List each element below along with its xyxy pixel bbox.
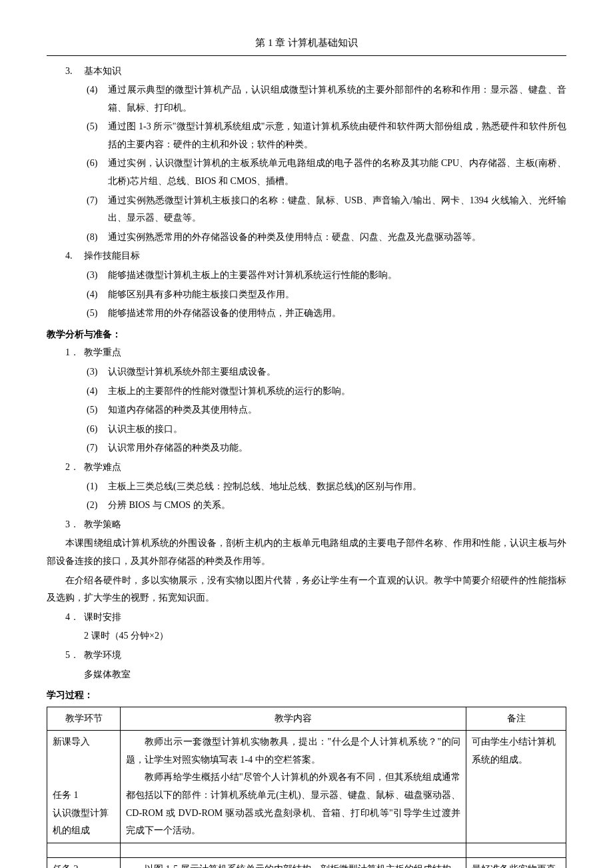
table-row-empty bbox=[47, 843, 566, 857]
item-number: (6) bbox=[87, 155, 108, 190]
table-header: 教学内容 bbox=[121, 707, 466, 731]
list-item: (2)分辨 BIOS 与 CMOS 的关系。 bbox=[87, 497, 566, 515]
item-number: (4) bbox=[87, 286, 108, 304]
item-title: 教学环境 bbox=[84, 647, 566, 665]
table-cell: 新课导入 任务 1认识微型计算机的组成 bbox=[47, 731, 121, 843]
item-text: 主板上三类总线(三类总线：控制总线、地址总线、数据总线)的区别与作用。 bbox=[108, 478, 566, 496]
item-number: 3． bbox=[65, 516, 84, 534]
list-item: (5)能够描述常用的外存储器设备的使用特点，并正确选用。 bbox=[87, 305, 566, 323]
item-number: (8) bbox=[87, 229, 108, 247]
item-text: 认识主板的接口。 bbox=[108, 421, 566, 439]
table-row: 新课导入 任务 1认识微型计算机的组成 教师出示一套微型计算机实物教具，提出："… bbox=[47, 731, 566, 843]
item-text: 通过展示典型的微型计算机产品，认识组成微型计算机系统的主要外部部件的名称和作用：… bbox=[108, 81, 566, 117]
table-cell: 以图 1-5 展示计算机系统单元的内部结构，剖析微型计算机主板的组成结构，向学生… bbox=[121, 857, 466, 868]
analysis-heading: 教学分析与准备： bbox=[47, 325, 566, 343]
list-item: (7)认识常用外存储器的种类及功能。 bbox=[87, 439, 566, 457]
item-text: 通过图 1-3 所示"微型计算机系统组成"示意，知道计算机系统由硬件和软件两大部… bbox=[108, 118, 566, 153]
divider bbox=[47, 55, 566, 56]
section-number: 4. bbox=[65, 247, 84, 265]
list-item: (6)认识主板的接口。 bbox=[87, 421, 566, 439]
item-number: (5) bbox=[87, 118, 108, 153]
item-number: (5) bbox=[87, 401, 108, 419]
learning-process-heading: 学习过程： bbox=[47, 686, 566, 704]
list-item: (6)通过实例，认识微型计算机的主板系统单元电路组成的电子器件的名称及其功能 C… bbox=[87, 155, 566, 190]
table-cell: 任务 2认识主板系统单元 bbox=[47, 857, 121, 868]
table-cell bbox=[47, 843, 121, 857]
item-number: (7) bbox=[87, 192, 108, 227]
analysis-4: 4． 课时安排 bbox=[65, 609, 566, 627]
list-item: (4)通过展示典型的微型计算机产品，认识组成微型计算机系统的主要外部部件的名称和… bbox=[87, 81, 566, 117]
item-text: 通过实例熟悉微型计算机主板接口的名称：键盘、鼠标、USB、声音输入/输出、网卡、… bbox=[108, 192, 566, 227]
section-title: 操作技能目标 bbox=[84, 247, 566, 265]
cell-content: 以图 1-5 展示计算机系统单元的内部结构，剖析微型计算机主板的组成结构，向学生… bbox=[126, 861, 460, 868]
item-number: (4) bbox=[87, 383, 108, 401]
analysis-3: 3． 教学策略 bbox=[65, 516, 566, 534]
item-text: 通过实例熟悉常用的外存储器设备的种类及使用特点：硬盘、闪盘、光盘及光盘驱动器等。 bbox=[108, 229, 566, 247]
item-text: 通过实例，认识微型计算机的主板系统单元电路组成的电子器件的名称及其功能 CPU、… bbox=[108, 155, 566, 190]
item-text: 知道内存储器的种类及其使用特点。 bbox=[108, 401, 566, 419]
table-cell bbox=[466, 843, 566, 857]
analysis-5: 5． 教学环境 bbox=[65, 647, 566, 665]
learning-table: 教学环节 教学内容 备注 新课导入 任务 1认识微型计算机的组成 教师出示一套微… bbox=[47, 707, 566, 868]
list-item: (4)能够区别具有多种功能主板接口类型及作用。 bbox=[87, 286, 566, 304]
table-header: 教学环节 bbox=[47, 707, 121, 731]
item-number: (5) bbox=[87, 305, 108, 323]
item-text: 主板上的主要部件的性能对微型计算机系统的运行的影响。 bbox=[108, 383, 566, 401]
table-cell: 教师出示一套微型计算机实物教具，提出："什么是个人计算机系统？"的问题，让学生对… bbox=[121, 731, 466, 843]
item-number: (3) bbox=[87, 267, 108, 285]
item-number: (4) bbox=[87, 81, 108, 117]
item-number: (6) bbox=[87, 421, 108, 439]
section-number: 3. bbox=[65, 63, 84, 81]
list-item: (3)认识微型计算机系统外部主要组成设备。 bbox=[87, 363, 566, 381]
table-cell: 最好准备些实物更直观。 bbox=[466, 857, 566, 868]
item-text: 认识微型计算机系统外部主要组成设备。 bbox=[108, 363, 566, 381]
strategy-paragraph-2: 在介绍各硬件时，多以实物展示，没有实物以图片代替，务必让学生有一个直观的认识。教… bbox=[47, 572, 566, 607]
table-cell: 可由学生小结计算机系统的组成。 bbox=[466, 731, 566, 843]
item-number: (3) bbox=[87, 363, 108, 381]
table-header-row: 教学环节 教学内容 备注 bbox=[47, 707, 566, 731]
item-number: (1) bbox=[87, 478, 108, 496]
list-item: (1)主板上三类总线(三类总线：控制总线、地址总线、数据总线)的区别与作用。 bbox=[87, 478, 566, 496]
item-title: 教学重点 bbox=[84, 344, 566, 362]
chapter-title: 第 1 章 计算机基础知识 bbox=[47, 33, 566, 53]
item-text: 分辨 BIOS 与 CMOS 的关系。 bbox=[108, 497, 566, 515]
item-number: (7) bbox=[87, 439, 108, 457]
table-header: 备注 bbox=[466, 707, 566, 731]
section-4: 4. 操作技能目标 bbox=[65, 247, 566, 265]
list-item: (5)知道内存储器的种类及其使用特点。 bbox=[87, 401, 566, 419]
item-title: 教学难点 bbox=[84, 459, 566, 477]
cell-content: 教师出示一套微型计算机实物教具，提出："什么是个人计算机系统？"的问题，让学生对… bbox=[126, 733, 460, 840]
item-text: 认识常用外存储器的种类及功能。 bbox=[108, 439, 566, 457]
list-item: (4)主板上的主要部件的性能对微型计算机系统的运行的影响。 bbox=[87, 383, 566, 401]
item-title: 教学策略 bbox=[84, 516, 566, 534]
list-item: (8)通过实例熟悉常用的外存储器设备的种类及使用特点：硬盘、闪盘、光盘及光盘驱动… bbox=[87, 229, 566, 247]
table-row: 任务 2认识主板系统单元 以图 1-5 展示计算机系统单元的内部结构，剖析微型计… bbox=[47, 857, 566, 868]
list-item: (3)能够描述微型计算机主板上的主要器件对计算机系统运行性能的影响。 bbox=[87, 267, 566, 285]
item-title: 课时安排 bbox=[84, 609, 566, 627]
analysis-2: 2． 教学难点 bbox=[65, 459, 566, 477]
list-item: (5)通过图 1-3 所示"微型计算机系统组成"示意，知道计算机系统由硬件和软件… bbox=[87, 118, 566, 153]
item-number: 1． bbox=[65, 344, 84, 362]
item-number: (2) bbox=[87, 497, 108, 515]
strategy-paragraph-1: 本课围绕组成计算机系统的外围设备，剖析主机内的主板单元电路组成的主要电子部件名称… bbox=[47, 535, 566, 570]
schedule-text: 2 课时（45 分钟×2） bbox=[84, 627, 566, 645]
analysis-1: 1． 教学重点 bbox=[65, 344, 566, 362]
section-3: 3. 基本知识 bbox=[65, 63, 566, 81]
list-item: (7)通过实例熟悉微型计算机主板接口的名称：键盘、鼠标、USB、声音输入/输出、… bbox=[87, 192, 566, 227]
item-text: 能够描述微型计算机主板上的主要器件对计算机系统运行性能的影响。 bbox=[108, 267, 566, 285]
item-text: 能够区别具有多种功能主板接口类型及作用。 bbox=[108, 286, 566, 304]
table-cell bbox=[121, 843, 466, 857]
item-number: 4． bbox=[65, 609, 84, 627]
item-number: 5． bbox=[65, 647, 84, 665]
section-title: 基本知识 bbox=[84, 63, 566, 81]
item-number: 2． bbox=[65, 459, 84, 477]
item-text: 能够描述常用的外存储器设备的使用特点，并正确选用。 bbox=[108, 305, 566, 323]
environment-text: 多媒体教室 bbox=[84, 666, 566, 684]
